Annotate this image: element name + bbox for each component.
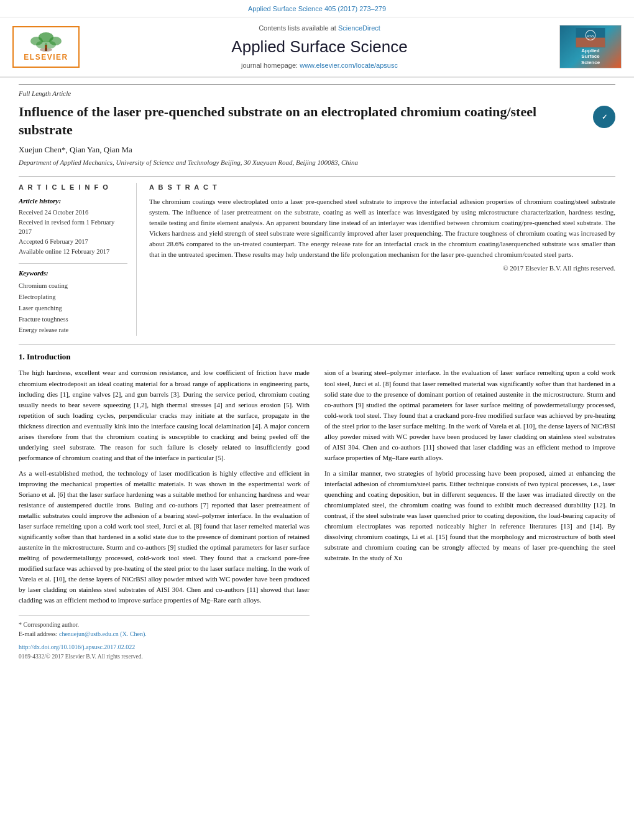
email-label: E-mail address: (19, 630, 57, 637)
article-title: Influence of the laser pre-quenched subs… (19, 103, 593, 139)
article-info-title: A R T I C L E I N F O (19, 183, 127, 192)
history-item-2: Received in revised form 1 February 2017 (19, 218, 127, 238)
elsevier-tree-icon (24, 31, 68, 52)
affiliation: Department of Applied Mechanics, Univers… (19, 158, 615, 167)
history-item-3: Accepted 6 February 2017 (19, 237, 127, 247)
article-info-abstract-section: A R T I C L E I N F O Article history: R… (19, 176, 615, 336)
keyword-2: Electroplating (19, 292, 127, 303)
section-divider (19, 344, 615, 345)
doi-line: http://dx.doi.org/10.1016/j.apsusc.2017.… (19, 642, 310, 652)
corresponding-label: * Corresponding author. (19, 621, 79, 628)
body-two-col: The high hardness, excellent wear and co… (19, 367, 615, 661)
divider-line (19, 263, 127, 264)
article-info-column: A R T I C L E I N F O Article history: R… (19, 183, 137, 336)
keyword-5: Energy release rate (19, 325, 127, 336)
crossmark-badge: ✓ (593, 106, 615, 128)
abstract-text: The chromium coatings were electroplated… (149, 196, 615, 260)
journal-logo-title: AppliedSurfaceScience (581, 48, 600, 66)
svg-text:✓: ✓ (602, 113, 607, 121)
keyword-1: Chromium coating (19, 280, 127, 292)
authors-text: Xuejun Chen*, Qian Yan, Qian Ma (19, 145, 132, 154)
homepage-label: journal homepage: (241, 62, 300, 69)
homepage-url-link[interactable]: www.elsevier.com/locate/apsusc (300, 62, 398, 69)
history-title: Article history: (19, 196, 127, 206)
intro-para-right-2: In a similar manner, two strategies of h… (324, 468, 615, 563)
contents-line: Contents lists available at ScienceDirec… (86, 24, 553, 33)
intro-para-2: As a well-established method, the techno… (19, 468, 310, 606)
body-right-col: sion of a bearing steel–polymer interfac… (324, 367, 615, 661)
page-container: Applied Surface Science 405 (2017) 273–2… (0, 0, 634, 840)
email-link[interactable]: chenuejun@ustb.edu.cn (X. Chen). (59, 630, 147, 637)
footnote-corresponding: * Corresponding author. (19, 620, 310, 629)
article-history: Article history: Received 24 October 201… (19, 196, 127, 257)
abstract-column: A B S T R A C T The chromium coatings we… (149, 183, 615, 336)
abstract-title: A B S T R A C T (149, 183, 615, 192)
article-title-row: Influence of the laser pre-quenched subs… (19, 103, 615, 139)
footnote-area: * Corresponding author. E-mail address: … (19, 616, 310, 639)
body-left-col: The high hardness, excellent wear and co… (19, 367, 310, 661)
introduction-heading: 1. Introduction (19, 351, 615, 362)
history-item-4: Available online 12 February 2017 (19, 247, 127, 257)
keyword-3: Laser quenching (19, 303, 127, 314)
authors: Xuejun Chen*, Qian Yan, Qian Ma (19, 144, 615, 155)
history-item-1: Received 24 October 2016 (19, 208, 127, 218)
contents-label: Contents lists available at (259, 24, 336, 32)
journal-reference-link[interactable]: Applied Surface Science 405 (2017) 273–2… (248, 5, 386, 12)
intro-para-right-1: sion of a bearing steel–polymer interfac… (324, 367, 615, 463)
doi-link[interactable]: http://dx.doi.org/10.1016/j.apsusc.2017.… (19, 644, 135, 650)
article-type: Full Length Article (19, 84, 615, 98)
journal-title: Applied Surface Science (86, 35, 553, 58)
intro-para-1: The high hardness, excellent wear and co… (19, 367, 310, 463)
journal-header: ELSEVIER Contents lists available at Sci… (0, 17, 634, 78)
keywords-title: Keywords: (19, 269, 127, 278)
svg-point-6 (40, 48, 52, 52)
copyright-line: © 2017 Elsevier B.V. All rights reserved… (149, 264, 615, 273)
issn-line: 0169-4332/© 2017 Elsevier B.V. All right… (19, 652, 310, 662)
footnote-email: E-mail address: chenuejun@ustb.edu.cn (X… (19, 629, 310, 639)
main-content: Full Length Article Influence of the las… (0, 78, 634, 674)
homepage-line: journal homepage: www.elsevier.com/locat… (86, 61, 553, 70)
crossmark-icon: ✓ (595, 108, 613, 126)
keyword-4: Fracture toughness (19, 314, 127, 325)
journal-center: Contents lists available at ScienceDirec… (86, 24, 553, 70)
journal-logo-graphic: ASS (572, 28, 609, 47)
sciencedirect-link[interactable]: ScienceDirect (338, 24, 380, 32)
elsevier-logo: ELSEVIER (12, 26, 80, 68)
journal-logo-box: ASS AppliedSurfaceScience (559, 25, 622, 68)
svg-text:ASS: ASS (587, 34, 594, 38)
top-bar: Applied Surface Science 405 (2017) 273–2… (0, 0, 634, 17)
svg-rect-8 (576, 38, 605, 48)
elsevier-wordmark: ELSEVIER (24, 52, 68, 63)
